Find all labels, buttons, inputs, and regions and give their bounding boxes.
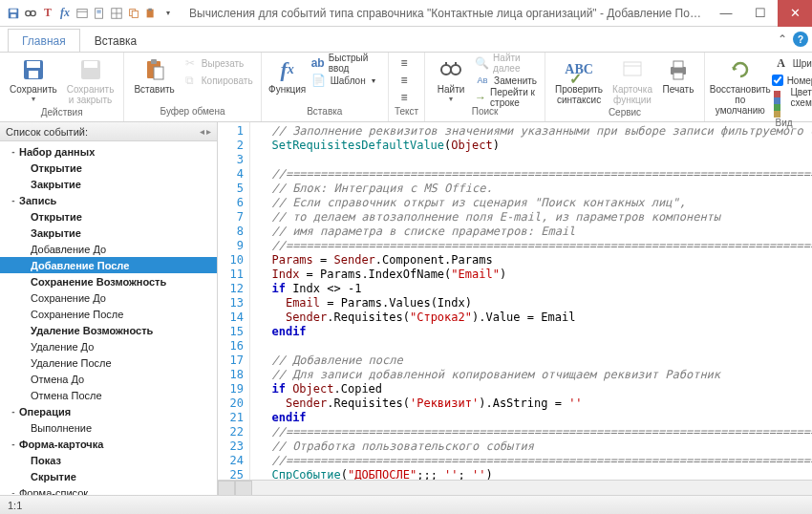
print-button[interactable]: Печать — [658, 54, 698, 96]
tree-item[interactable]: Отмена До — [0, 371, 217, 387]
tree-item[interactable]: Сохранение Возможность — [0, 273, 217, 289]
font-icon: A — [774, 55, 789, 71]
svg-rect-32 — [673, 61, 683, 68]
binoculars-icon — [438, 56, 464, 83]
svg-point-26 — [451, 65, 460, 75]
svg-rect-7 — [96, 8, 103, 18]
sidebar-prev-icon[interactable]: ◂ — [200, 126, 204, 137]
qat-dropdown-icon[interactable]: ▾ — [160, 6, 176, 21]
svg-rect-28 — [455, 62, 457, 66]
paste-button[interactable]: Вставить — [130, 54, 178, 96]
ribbon-group-actions: Сохранить ▾ Сохранить и закрыть Действия — [0, 53, 124, 121]
find-next-icon: 🔍 — [475, 55, 489, 71]
quick-input-icon: ab — [311, 55, 325, 71]
ribbon-collapse-icon[interactable]: ⌃ — [776, 31, 789, 48]
copy-icon: ⧉ — [182, 73, 198, 88]
check-syntax-icon: ABC✓ — [566, 56, 592, 83]
qat-grid-icon[interactable] — [109, 6, 124, 21]
maximize-button[interactable]: ☐ — [743, 0, 778, 27]
cut-button: ✂Вырезать — [181, 54, 255, 72]
svg-point-4 — [31, 11, 35, 15]
tree-item[interactable]: Удаление До — [0, 338, 217, 354]
function-icon: fx — [274, 56, 301, 83]
tree-item[interactable]: Удаление Возможность — [0, 322, 217, 338]
tree-item[interactable]: Открытие — [0, 208, 217, 225]
tree-item[interactable]: -Запись — [0, 192, 217, 208]
tree-item[interactable]: Открытие — [0, 160, 217, 176]
quick-access-toolbar: Т fx ▾ — [0, 6, 182, 21]
svg-point-25 — [441, 65, 451, 75]
sidebar: Список событий: ◂▸ -Набор данныхОткрытие… — [0, 122, 218, 495]
scrollbar-horizontal[interactable] — [218, 480, 812, 495]
svg-rect-19 — [29, 71, 38, 78]
goto-line-button[interactable]: →Перейти к строке — [473, 89, 539, 106]
ribbon-group-service: ABC✓ Проверить синтаксис Карточка функци… — [545, 53, 705, 121]
goto-icon: → — [475, 90, 486, 105]
code-editor[interactable]: 1234567891011121314151617181920212223242… — [218, 122, 812, 480]
save-icon — [20, 56, 47, 83]
svg-rect-29 — [624, 62, 641, 75]
qat-font-icon[interactable]: Т — [40, 6, 55, 21]
indent-right-button[interactable]: ≡ — [395, 72, 414, 89]
qat-binoculars-icon[interactable] — [23, 6, 38, 21]
text-misc-button[interactable]: ≡ — [395, 89, 414, 106]
tree-item[interactable]: -Форма-карточка — [0, 436, 217, 452]
tree-item[interactable]: Закрытие — [0, 225, 217, 241]
tree-item[interactable]: -Набор данных — [0, 143, 217, 160]
qat-doc-icon[interactable] — [92, 6, 107, 21]
statusbar: 1:1 — [0, 495, 812, 514]
svg-rect-18 — [27, 61, 40, 68]
function-card-button: Карточка функции — [609, 54, 656, 107]
ribbon-group-view: Восстановить по умолчанию AШрифт Номера … — [705, 53, 812, 121]
save-close-button: Сохранить и закрыть — [63, 54, 118, 107]
restore-default-button[interactable]: Восстановить по умолчанию — [711, 54, 770, 118]
find-button[interactable]: Найти ▾ — [431, 54, 471, 105]
qat-paste-icon[interactable] — [143, 6, 159, 21]
ribbon-group-text: ≡ ≡ ≡ Текст — [389, 53, 425, 121]
tree-item[interactable]: Отмена После — [0, 387, 217, 403]
minimize-button[interactable]: — — [709, 0, 743, 27]
editor-wrap: 1234567891011121314151617181920212223242… — [218, 122, 812, 495]
tree-item[interactable]: Выполнение — [0, 419, 217, 436]
tree-item[interactable]: Удаление После — [0, 354, 217, 371]
line-gutter: 1234567891011121314151617181920212223242… — [218, 122, 250, 480]
font-button[interactable]: AШрифт — [772, 54, 812, 72]
color-scheme-button[interactable]: Цветовая схема▾ — [772, 89, 812, 106]
indent-right-icon: ≡ — [396, 73, 412, 88]
quick-input-button[interactable]: abБыстрый ввод — [310, 54, 382, 72]
save-button[interactable]: Сохранить ▾ — [6, 54, 61, 105]
window-title: Вычисления для событий типа справочника … — [182, 7, 709, 20]
ribbon-group-clipboard: Вставить ✂Вырезать ⧉Копировать Буфер обм… — [124, 53, 261, 121]
tree-item[interactable]: Добавление После — [0, 257, 217, 273]
tab-main[interactable]: Главная — [8, 29, 80, 52]
tree-item[interactable]: Сохранение До — [0, 289, 217, 306]
svg-point-3 — [26, 11, 31, 15]
tree-item[interactable]: Сохранение После — [0, 306, 217, 322]
function-button[interactable]: fx Функция — [267, 54, 308, 96]
copy-button: ⧉Копировать — [181, 72, 255, 89]
indent-left-button[interactable]: ≡ — [395, 54, 414, 72]
tree-item[interactable]: Скрытие — [0, 468, 217, 484]
qat-fx-icon[interactable]: fx — [57, 6, 73, 21]
template-button[interactable]: 📄Шаблон▾ — [310, 72, 382, 89]
tree-item[interactable]: Закрытие — [0, 176, 217, 192]
replace-icon: AB — [475, 73, 490, 88]
restore-icon — [727, 56, 754, 83]
code-content[interactable]: // Заполнение реквизитов значениями указ… — [250, 122, 812, 480]
ribbon-group-insert: fx Функция abБыстрый ввод 📄Шаблон▾ Встав… — [262, 53, 389, 121]
qat-card-icon[interactable] — [75, 6, 90, 21]
tree-item[interactable]: -Операция — [0, 403, 217, 419]
tree-item[interactable]: Добавление До — [0, 241, 217, 257]
event-tree[interactable]: -Набор данныхОткрытиеЗакрытие-ЗаписьОткр… — [0, 141, 217, 495]
check-syntax-button[interactable]: ABC✓ Проверить синтаксис — [551, 54, 607, 107]
help-icon[interactable]: ? — [793, 32, 808, 47]
tab-insert[interactable]: Вставка — [80, 29, 152, 52]
tree-item[interactable]: -Форма-список — [0, 484, 217, 495]
qat-copy-icon[interactable] — [126, 6, 141, 21]
sidebar-next-icon[interactable]: ▸ — [206, 126, 211, 137]
qat-save-icon[interactable] — [6, 6, 21, 21]
close-button[interactable]: ✕ — [778, 0, 812, 27]
tree-item[interactable]: Показ — [0, 452, 217, 468]
cursor-position: 1:1 — [8, 500, 22, 511]
paste-icon — [141, 56, 168, 83]
